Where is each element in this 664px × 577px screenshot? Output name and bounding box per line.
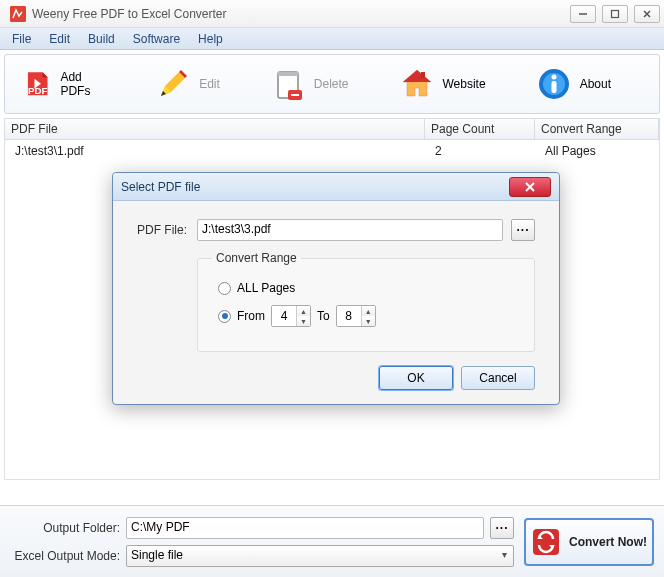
spin-up-icon[interactable]: ▲ — [362, 306, 375, 316]
edit-label: Edit — [199, 77, 220, 91]
menubar: File Edit Build Software Help — [0, 28, 664, 50]
bottom-panel: Output Folder: C:\My PDF ··· Excel Outpu… — [0, 505, 664, 577]
all-pages-label: ALL Pages — [237, 281, 295, 295]
from-range-option[interactable]: From ▲▼ To ▲▼ — [218, 305, 520, 327]
convert-label: Convert Now! — [569, 535, 647, 549]
about-label: About — [580, 77, 611, 91]
list-header: PDF File Page Count Convert Range — [4, 118, 660, 140]
pdf-file-field[interactable]: J:\test3\3.pdf — [197, 219, 503, 241]
radio-icon — [218, 282, 231, 295]
spin-down-icon[interactable]: ▼ — [297, 316, 310, 326]
all-pages-option[interactable]: ALL Pages — [218, 281, 520, 295]
svg-rect-2 — [612, 10, 619, 17]
to-label: To — [317, 309, 330, 323]
toolbar: PDF Add PDFs Edit Delete Website About — [4, 54, 660, 114]
cancel-label: Cancel — [479, 371, 516, 385]
from-label: From — [237, 309, 265, 323]
convert-button[interactable]: Convert Now! — [524, 518, 654, 566]
ok-button[interactable]: OK — [379, 366, 453, 390]
col-range[interactable]: Convert Range — [535, 119, 659, 139]
minimize-button[interactable] — [570, 5, 596, 23]
output-folder-label: Output Folder: — [10, 521, 120, 535]
add-pdfs-button[interactable]: PDF Add PDFs — [13, 62, 115, 106]
browse-pdf-button[interactable]: ··· — [511, 219, 535, 241]
cell-range: All Pages — [539, 143, 655, 159]
svg-rect-12 — [551, 81, 556, 93]
ellipsis-icon: ··· — [495, 521, 508, 535]
convert-range-legend: Convert Range — [212, 251, 301, 265]
menu-build[interactable]: Build — [80, 30, 123, 48]
pencil-icon — [155, 66, 191, 102]
add-pdfs-label: Add PDFs — [60, 70, 105, 98]
select-pdf-dialog: Select PDF file PDF File: J:\test3\3.pdf… — [112, 172, 560, 405]
browse-output-button[interactable]: ··· — [490, 517, 514, 539]
output-folder-field[interactable]: C:\My PDF — [126, 517, 484, 539]
from-value[interactable] — [272, 306, 296, 326]
app-icon — [10, 6, 26, 22]
house-icon — [399, 66, 435, 102]
info-icon — [536, 66, 572, 102]
titlebar: Weeny Free PDF to Excel Converter — [0, 0, 664, 28]
from-spinner[interactable]: ▲▼ — [271, 305, 311, 327]
close-icon — [524, 181, 536, 193]
menu-file[interactable]: File — [4, 30, 39, 48]
output-mode-value: Single file — [131, 548, 183, 562]
menu-edit[interactable]: Edit — [41, 30, 78, 48]
svg-rect-7 — [291, 94, 299, 96]
ok-label: OK — [407, 371, 424, 385]
svg-rect-8 — [421, 72, 425, 78]
convert-icon — [531, 527, 561, 557]
website-button[interactable]: Website — [389, 62, 496, 106]
to-spinner[interactable]: ▲▼ — [336, 305, 376, 327]
svg-point-11 — [551, 75, 556, 80]
app-title: Weeny Free PDF to Excel Converter — [32, 7, 570, 21]
pdf-file-label: PDF File: — [137, 223, 189, 237]
radio-checked-icon — [218, 310, 231, 323]
convert-range-group: Convert Range ALL Pages From ▲▼ To ▲▼ — [197, 251, 535, 352]
col-file[interactable]: PDF File — [5, 119, 425, 139]
svg-text:PDF: PDF — [28, 85, 48, 96]
cell-pages: 2 — [429, 143, 539, 159]
delete-icon — [270, 66, 306, 102]
cell-file: J:\test3\1.pdf — [9, 143, 429, 159]
col-pages[interactable]: Page Count — [425, 119, 535, 139]
menu-software[interactable]: Software — [125, 30, 188, 48]
close-button[interactable] — [634, 5, 660, 23]
menu-help[interactable]: Help — [190, 30, 231, 48]
about-button[interactable]: About — [526, 62, 621, 106]
delete-label: Delete — [314, 77, 349, 91]
to-value[interactable] — [337, 306, 361, 326]
edit-button[interactable]: Edit — [145, 62, 230, 106]
ellipsis-icon: ··· — [516, 223, 529, 237]
pdf-icon: PDF — [23, 66, 52, 102]
svg-rect-5 — [278, 72, 298, 76]
maximize-button[interactable] — [602, 5, 628, 23]
output-mode-label: Excel Output Mode: — [10, 549, 120, 563]
website-label: Website — [443, 77, 486, 91]
dialog-close-button[interactable] — [509, 177, 551, 197]
dialog-title: Select PDF file — [121, 180, 509, 194]
cancel-button[interactable]: Cancel — [461, 366, 535, 390]
dialog-titlebar[interactable]: Select PDF file — [113, 173, 559, 201]
spin-up-icon[interactable]: ▲ — [297, 306, 310, 316]
spin-down-icon[interactable]: ▼ — [362, 316, 375, 326]
list-item[interactable]: J:\test3\1.pdf 2 All Pages — [9, 140, 655, 162]
output-mode-select[interactable]: Single file — [126, 545, 514, 567]
delete-button[interactable]: Delete — [260, 62, 359, 106]
